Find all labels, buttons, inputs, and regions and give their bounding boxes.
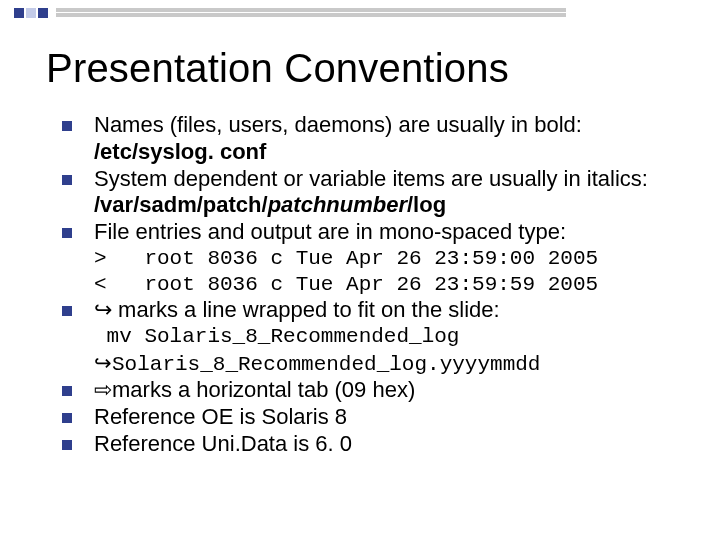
- bullet-text: marks a horizontal tab (09 hex): [112, 377, 415, 402]
- slide-body: Names (files, users, daemons) are usuall…: [62, 112, 690, 458]
- example-italic: patchnumber: [268, 192, 407, 217]
- bullet-item: System dependent or variable items are u…: [62, 166, 690, 220]
- wrap-icon: ↪: [94, 297, 112, 322]
- decor-square: [26, 8, 36, 18]
- decor-square: [14, 8, 24, 18]
- bullet-icon: [62, 121, 72, 131]
- code-line: > root 8036 c Tue Apr 26 23:59:00 2005: [94, 246, 690, 272]
- decor-square: [38, 8, 48, 18]
- bullet-icon: [62, 306, 72, 316]
- example-bold: /var/sadm/patch/: [94, 192, 268, 217]
- example-bold: /log: [407, 192, 446, 217]
- bullet-item: Names (files, users, daemons) are usuall…: [62, 112, 690, 166]
- bullet-item: Reference OE is Solaris 8: [62, 404, 690, 431]
- slide-title: Presentation Conventions: [46, 46, 509, 91]
- bullet-icon: [62, 386, 72, 396]
- tab-icon: ⇨: [94, 377, 112, 402]
- slide-decor: [14, 8, 566, 18]
- bullet-text: Names (files, users, daemons) are usuall…: [94, 112, 582, 137]
- code-line: ↪Solaris_8_Recommended_log.yyyymmdd: [94, 350, 690, 378]
- example-bold: /etc/syslog. conf: [94, 139, 266, 164]
- bullet-icon: [62, 413, 72, 423]
- wrap-icon: ↪: [94, 351, 112, 374]
- slide: Presentation Conventions Names (files, u…: [0, 0, 720, 540]
- decor-bars: [56, 8, 566, 18]
- bullet-item: Reference Uni.Data is 6. 0: [62, 431, 690, 458]
- bullet-text: Reference Uni.Data is 6. 0: [94, 431, 690, 458]
- bullet-item: ⇨marks a horizontal tab (09 hex): [62, 377, 690, 404]
- bullet-text: Reference OE is Solaris 8: [94, 404, 690, 431]
- bullet-item: ↪ marks a line wrapped to fit on the sli…: [62, 297, 690, 324]
- bullet-icon: [62, 440, 72, 450]
- bullet-icon: [62, 175, 72, 185]
- code-line: mv Solaris_8_Recommended_log: [94, 324, 690, 350]
- bullet-text: marks a line wrapped to fit on the slide…: [112, 297, 500, 322]
- bullet-text: File entries and output are in mono-spac…: [94, 219, 566, 244]
- code-line: < root 8036 c Tue Apr 26 23:59:59 2005: [94, 272, 690, 298]
- bullet-icon: [62, 228, 72, 238]
- bullet-text: System dependent or variable items are u…: [94, 166, 648, 191]
- bullet-item: File entries and output are in mono-spac…: [62, 219, 690, 297]
